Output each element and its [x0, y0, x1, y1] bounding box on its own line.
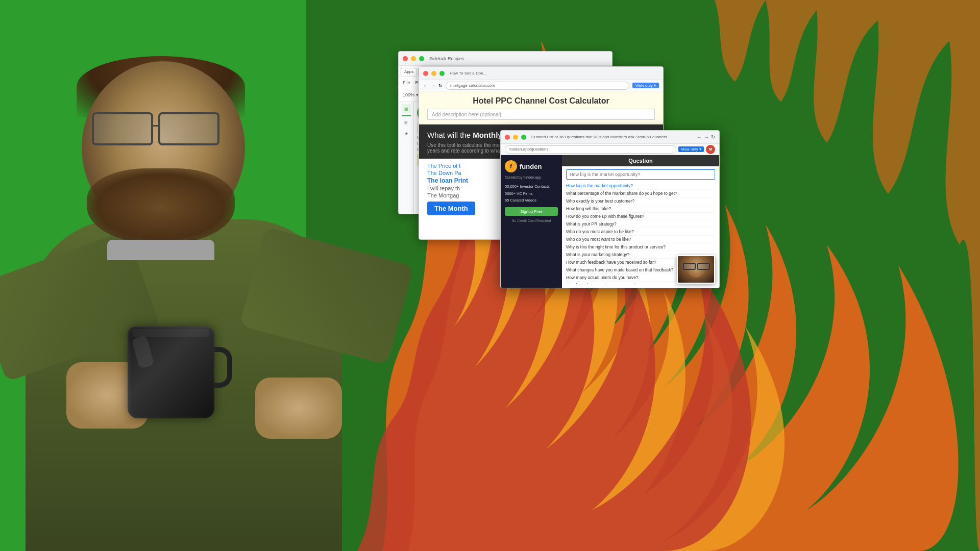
close-btn[interactable] — [423, 71, 428, 76]
minimize-dot[interactable] — [411, 56, 416, 61]
video-thumbnail — [677, 255, 715, 284]
funden-circle-logo: f — [505, 160, 517, 172]
mortgage-header: Hotel PPC Channel Cost Calculator Add de… — [419, 91, 663, 124]
funden-window[interactable]: Curated List of 363 questions that VCs a… — [500, 130, 720, 288]
funden-minimize[interactable] — [513, 135, 518, 140]
sheets-icon: ▦ — [402, 104, 411, 113]
sidebar-indicator — [402, 115, 411, 116]
mortgage-tab-title: How To Sell a Doo... — [450, 71, 486, 76]
funden-sidebar: f funden Curated by funden.app 50,000+ I… — [501, 155, 562, 288]
funden-logo-row: f funden — [505, 160, 558, 172]
q-item-4[interactable]: How long will this take? — [566, 205, 715, 213]
q-item-1[interactable]: How big is the market opportunity? — [566, 182, 715, 190]
funden-name: funden — [520, 163, 542, 170]
funden-close[interactable] — [505, 135, 510, 140]
funden-forward[interactable]: → — [704, 134, 709, 140]
mortgage-titlebar: How To Sell a Doo... — [419, 67, 663, 80]
tab-apps[interactable]: Apps — [401, 68, 417, 75]
toolbar-file[interactable]: File — [403, 80, 410, 85]
funden-url[interactable]: funden.app/questions — [505, 145, 676, 154]
q-item-6[interactable]: What is your PR strategy? — [566, 220, 715, 228]
q-item-8[interactable]: Who do you most want to be like? — [566, 236, 715, 243]
presenter-person — [15, 51, 362, 551]
funden-back[interactable]: ← — [697, 134, 702, 140]
q-item-2[interactable]: What percentage of the market share do y… — [566, 190, 715, 197]
question-header-bar: Question — [562, 155, 719, 166]
no-credit-card: No Credit Card Required — [505, 219, 558, 222]
zoom-indicator: 100% ▾ — [403, 92, 419, 97]
funden-url-bar-row: funden.app/questions View only ▾ M — [501, 144, 719, 155]
q-item-5[interactable]: How do you come up with these figures? — [566, 213, 715, 220]
back-btn[interactable]: ← — [423, 83, 428, 88]
view-only-btn3[interactable]: View only ▾ — [632, 83, 659, 88]
stat-investors: 50,000+ Investor Contacts — [505, 183, 558, 190]
funden-view-only[interactable]: View only ▾ — [678, 146, 704, 152]
url-bar[interactable]: mortgage-calculator.com — [446, 82, 629, 90]
sidebar-icon-2[interactable]: ⊞ — [402, 118, 411, 127]
stat-videos: 65 Curated Videos — [505, 197, 558, 204]
funden-refresh[interactable]: ↻ — [711, 134, 715, 140]
stat-vc: 5000+ VC Firms — [505, 190, 558, 197]
maximize-btn[interactable] — [439, 71, 445, 76]
funden-title: Curated List of 363 questions that VCs a… — [531, 135, 694, 139]
sheets-titlebar: Sidekick Recipes — [399, 52, 612, 66]
windows-area: Sidekick Recipes Apps SFREE SFREE Moving… — [398, 51, 725, 245]
funden-maximize[interactable] — [521, 135, 526, 140]
funden-user-avatar: M — [706, 145, 715, 154]
monthly-button[interactable]: The Month — [427, 202, 475, 215]
q-item-9[interactable]: Why is this the right time for this prod… — [566, 243, 715, 251]
funden-titlebar: Curated List of 363 questions that VCs a… — [501, 131, 719, 144]
q-item-3[interactable]: Who exactly is your best customer? — [566, 197, 715, 205]
forward-btn[interactable]: → — [431, 83, 435, 88]
question-search-input[interactable] — [566, 169, 715, 180]
funden-tagline: Curated by funden.app — [505, 176, 558, 179]
description-field[interactable]: Add description here (optional) — [427, 109, 655, 120]
q-item-7[interactable]: Who do you most aspire to be like? — [566, 228, 715, 236]
maximize-dot[interactable] — [419, 56, 424, 61]
mortgage-title: Hotel PPC Channel Cost Calculator — [427, 96, 655, 106]
signup-btn[interactable]: Signup Free — [505, 207, 558, 216]
funden-stats: 50,000+ Investor Contacts 5000+ VC Firms… — [505, 183, 558, 204]
mortgage-toolbar: ← → ↻ mortgage-calculator.com View only … — [419, 80, 663, 91]
refresh-btn[interactable]: ↻ — [438, 83, 443, 88]
question-search-row — [566, 169, 715, 180]
sheets-title: Sidekick Recipes — [429, 56, 464, 61]
sidebar-icon-3[interactable]: ◈ — [402, 129, 411, 138]
minimize-btn[interactable] — [431, 71, 436, 76]
close-dot[interactable] — [403, 56, 408, 61]
video-person — [678, 256, 714, 283]
